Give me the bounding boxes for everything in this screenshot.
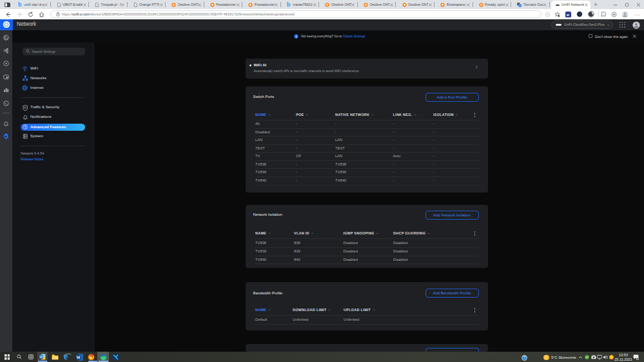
svg-text:2: 2 (637, 357, 638, 360)
svg-text:?: ? (523, 356, 525, 359)
